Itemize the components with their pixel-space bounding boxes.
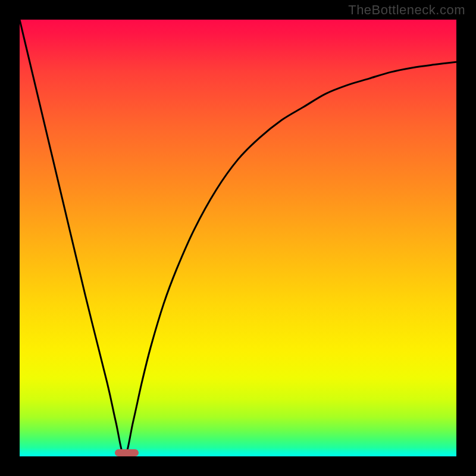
optimal-marker [115,449,139,456]
plot-area [20,20,456,456]
chart-frame: TheBottleneck.com [0,0,476,476]
bottleneck-curve [20,20,456,456]
watermark-text: TheBottleneck.com [348,2,465,18]
curve-path [20,20,456,456]
